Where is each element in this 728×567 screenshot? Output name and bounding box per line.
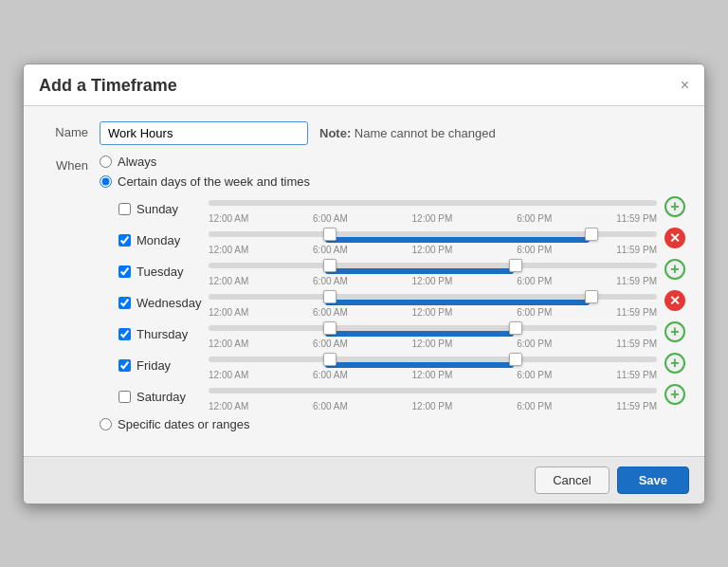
slider-label: 12:00 AM bbox=[209, 276, 248, 286]
slider-label: 6:00 AM bbox=[313, 338, 348, 349]
slider-handle-left[interactable] bbox=[323, 353, 337, 366]
add-time-button-thursday[interactable]: + bbox=[664, 321, 685, 342]
slider-label: 6:00 AM bbox=[313, 307, 348, 318]
specific-dates-radio-row: Specific dates or ranges bbox=[100, 417, 685, 431]
slider-handle-left[interactable] bbox=[323, 321, 337, 335]
remove-time-button-wednesday[interactable]: ✕ bbox=[664, 290, 685, 311]
add-icon: + bbox=[664, 384, 685, 405]
slider-handle-left[interactable] bbox=[323, 290, 337, 303]
slider-labels-thursday: 12:00 AM6:00 AM12:00 PM6:00 PM11:59 PM bbox=[209, 338, 657, 349]
add-time-button-sunday[interactable]: + bbox=[664, 196, 685, 217]
name-content: Note: Name cannot be changed bbox=[100, 121, 685, 145]
slider-label: 6:00 AM bbox=[313, 401, 348, 412]
day-row-wednesday: Wednesday12:00 AM6:00 AM12:00 PM6:00 PM1… bbox=[118, 288, 685, 318]
add-icon: + bbox=[664, 259, 685, 280]
slider-label: 11:59 PM bbox=[616, 276, 657, 286]
add-icon: + bbox=[664, 321, 685, 342]
always-radio[interactable] bbox=[100, 155, 112, 168]
name-label: Name bbox=[43, 121, 100, 139]
slider-track-monday[interactable] bbox=[209, 226, 657, 243]
day-row-thursday: Thursday12:00 AM6:00 AM12:00 PM6:00 PM11… bbox=[118, 320, 685, 349]
slider-area-saturday: 12:00 AM6:00 AM12:00 PM6:00 PM11:59 PM bbox=[209, 382, 657, 412]
slider-handle-right[interactable] bbox=[509, 259, 522, 272]
day-checkbox-friday[interactable] bbox=[118, 359, 131, 372]
day-checkbox-monday[interactable] bbox=[118, 234, 131, 247]
slider-track-friday[interactable] bbox=[209, 351, 657, 368]
slider-label: 12:00 AM bbox=[209, 307, 248, 318]
close-button[interactable]: × bbox=[681, 78, 689, 93]
add-timeframe-dialog: Add a Timeframe × Name Note: Name cannot… bbox=[23, 64, 705, 504]
slider-label: 12:00 AM bbox=[209, 401, 248, 412]
slider-track-tuesday[interactable] bbox=[209, 257, 657, 274]
slider-label: 6:00 PM bbox=[517, 276, 552, 286]
certain-days-label[interactable]: Certain days of the week and times bbox=[118, 174, 310, 189]
add-time-button-friday[interactable]: + bbox=[664, 353, 685, 374]
add-icon: + bbox=[664, 353, 685, 374]
day-name-saturday: Saturday bbox=[136, 390, 186, 404]
slider-handle-right[interactable] bbox=[585, 290, 598, 303]
save-button[interactable]: Save bbox=[617, 466, 689, 494]
specific-dates-radio[interactable] bbox=[100, 418, 112, 430]
day-checkbox-label-saturday: Saturday bbox=[118, 390, 209, 404]
track-bg bbox=[209, 325, 657, 331]
slider-label: 11:59 PM bbox=[616, 213, 657, 224]
add-time-button-tuesday[interactable]: + bbox=[664, 259, 685, 280]
specific-dates-label[interactable]: Specific dates or ranges bbox=[118, 417, 249, 431]
slider-labels-monday: 12:00 AM6:00 AM12:00 PM6:00 PM11:59 PM bbox=[209, 245, 657, 255]
certain-days-radio[interactable] bbox=[100, 175, 112, 188]
dialog-body: Name Note: Name cannot be changed When A… bbox=[24, 106, 704, 456]
day-checkbox-label-wednesday: Wednesday bbox=[118, 296, 209, 310]
day-checkbox-saturday[interactable] bbox=[118, 391, 131, 403]
slider-label: 6:00 AM bbox=[313, 213, 348, 224]
slider-labels-saturday: 12:00 AM6:00 AM12:00 PM6:00 PM11:59 PM bbox=[209, 401, 657, 412]
when-label: When bbox=[43, 155, 100, 173]
slider-handle-right[interactable] bbox=[585, 228, 598, 241]
note-text: Note: Name cannot be changed bbox=[319, 126, 496, 140]
note-bold: Note: bbox=[319, 126, 351, 140]
slider-handle-left[interactable] bbox=[323, 259, 337, 272]
cancel-button[interactable]: Cancel bbox=[535, 466, 609, 494]
slider-labels-wednesday: 12:00 AM6:00 AM12:00 PM6:00 PM11:59 PM bbox=[209, 307, 657, 318]
slider-fill bbox=[325, 268, 514, 274]
slider-track-wednesday[interactable] bbox=[209, 288, 657, 305]
slider-handle-left[interactable] bbox=[323, 228, 337, 241]
slider-fill bbox=[325, 237, 590, 243]
slider-label: 12:00 PM bbox=[412, 213, 453, 224]
name-input[interactable] bbox=[100, 121, 308, 145]
slider-area-tuesday: 12:00 AM6:00 AM12:00 PM6:00 PM11:59 PM bbox=[209, 257, 657, 286]
slider-label: 12:00 PM bbox=[412, 307, 453, 318]
slider-label: 12:00 PM bbox=[412, 401, 453, 412]
day-checkbox-sunday[interactable] bbox=[118, 203, 131, 215]
slider-fill bbox=[325, 331, 514, 337]
day-checkbox-label-friday: Friday bbox=[118, 358, 209, 373]
day-row-saturday: Saturday12:00 AM6:00 AM12:00 PM6:00 PM11… bbox=[118, 382, 685, 412]
slider-label: 12:00 AM bbox=[209, 338, 248, 349]
track-bg bbox=[209, 357, 657, 362]
always-label[interactable]: Always bbox=[118, 155, 156, 169]
slider-label: 6:00 PM bbox=[517, 245, 552, 255]
slider-handle-right[interactable] bbox=[509, 353, 522, 366]
slider-label: 6:00 AM bbox=[313, 245, 348, 255]
slider-label: 12:00 AM bbox=[209, 245, 248, 255]
day-name-tuesday: Tuesday bbox=[136, 265, 183, 279]
slider-label: 12:00 AM bbox=[209, 213, 248, 224]
add-time-button-saturday[interactable]: + bbox=[664, 384, 685, 405]
day-name-wednesday: Wednesday bbox=[136, 296, 201, 310]
slider-area-wednesday: 12:00 AM6:00 AM12:00 PM6:00 PM11:59 PM bbox=[209, 288, 657, 318]
day-checkbox-tuesday[interactable] bbox=[118, 265, 131, 278]
day-checkbox-thursday[interactable] bbox=[118, 328, 131, 340]
day-row-tuesday: Tuesday12:00 AM6:00 AM12:00 PM6:00 PM11:… bbox=[118, 257, 685, 286]
slider-label: 12:00 PM bbox=[412, 370, 453, 380]
slider-track-thursday[interactable] bbox=[209, 320, 657, 337]
slider-label: 11:59 PM bbox=[616, 370, 657, 380]
slider-track-sunday[interactable] bbox=[209, 194, 657, 211]
remove-time-button-monday[interactable]: ✕ bbox=[664, 228, 685, 248]
always-radio-row: Always bbox=[100, 155, 685, 169]
slider-area-friday: 12:00 AM6:00 AM12:00 PM6:00 PM11:59 PM bbox=[209, 351, 657, 380]
slider-label: 6:00 AM bbox=[313, 370, 348, 380]
certain-days-radio-row: Certain days of the week and times bbox=[100, 174, 685, 189]
slider-handle-right[interactable] bbox=[509, 321, 522, 335]
remove-icon: ✕ bbox=[664, 290, 685, 311]
slider-track-saturday[interactable] bbox=[209, 382, 657, 399]
day-checkbox-wednesday[interactable] bbox=[118, 297, 131, 309]
